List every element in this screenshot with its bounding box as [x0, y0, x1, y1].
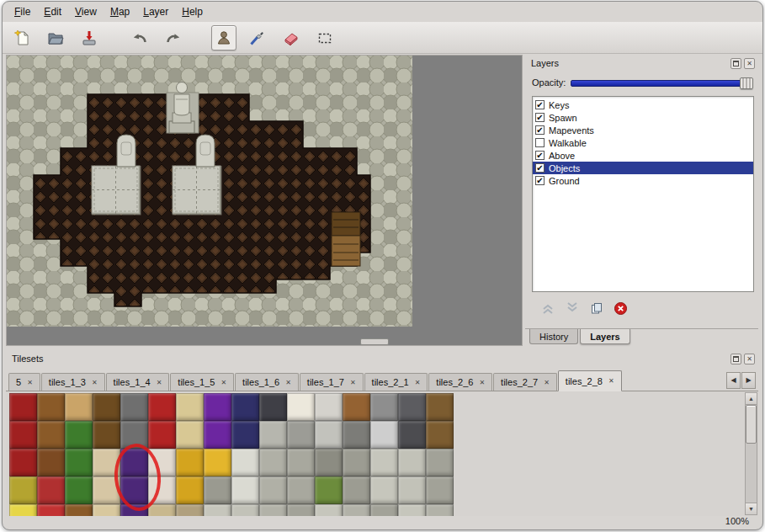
menu-item-help[interactable]: Help [175, 3, 210, 20]
tileset-tab-5[interactable]: 5✕ [8, 373, 40, 391]
tileset-tile[interactable] [120, 421, 148, 449]
tileset-tile[interactable] [9, 393, 37, 421]
menu-item-map[interactable]: Map [104, 3, 136, 20]
save-button[interactable] [77, 25, 102, 51]
undo-button[interactable] [127, 25, 152, 51]
tileset-tile[interactable] [176, 449, 204, 476]
tab-close-icon[interactable]: ✕ [415, 379, 421, 386]
stamp-tool-button[interactable] [211, 25, 236, 51]
tileset-tile[interactable] [426, 476, 454, 504]
tileset-tile[interactable] [37, 449, 65, 476]
tileset-tab-tiles_1_6[interactable]: tiles_1_6✕ [235, 373, 299, 391]
layer-checkbox[interactable]: ✔ [535, 125, 545, 135]
map-canvas[interactable] [7, 56, 522, 338]
scroll-up-arrow[interactable]: ▲ [746, 393, 757, 405]
tab-close-icon[interactable]: ✕ [92, 379, 98, 386]
tab-close-icon[interactable]: ✕ [608, 377, 614, 385]
tileset-tile[interactable] [343, 393, 370, 421]
layer-row-objects[interactable]: ✔Objects [533, 162, 753, 174]
tileset-tab-tiles_1_4[interactable]: tiles_1_4✕ [106, 373, 170, 391]
tileset-tile[interactable] [259, 476, 287, 504]
tileset-tile[interactable] [65, 476, 93, 504]
tileset-tile[interactable] [148, 393, 176, 421]
float-panel-icon[interactable] [730, 354, 741, 364]
redo-button[interactable] [161, 25, 186, 51]
tileset-tile[interactable] [93, 421, 120, 449]
tileset-tile[interactable] [287, 476, 315, 504]
tileset-tile[interactable] [65, 421, 93, 449]
float-panel-icon[interactable] [730, 58, 741, 69]
tileset-vscroll-thumb[interactable] [746, 405, 757, 444]
tileset-tile[interactable] [370, 421, 398, 449]
tileset-tile[interactable] [343, 449, 370, 476]
duplicate-layer-button[interactable] [589, 301, 603, 316]
tileset-tile[interactable] [343, 421, 370, 449]
tileset-tab-tiles_2_1[interactable]: tiles_2_1✕ [364, 373, 428, 391]
layer-checkbox[interactable]: ✔ [535, 100, 545, 109]
tileset-tile[interactable] [259, 393, 287, 421]
menu-item-layer[interactable]: Layer [136, 3, 175, 20]
tileset-tile[interactable] [370, 449, 398, 476]
tileset-tab-tiles_1_3[interactable]: tiles_1_3✕ [41, 373, 105, 391]
tileset-tile[interactable] [176, 421, 204, 449]
tileset-tile[interactable] [120, 449, 148, 476]
tileset-tab-tiles_1_7[interactable]: tiles_1_7✕ [300, 373, 364, 391]
tileset-tile[interactable] [231, 476, 259, 504]
tileset-tile[interactable] [148, 421, 176, 449]
tileset-tile[interactable] [65, 449, 93, 476]
opacity-slider[interactable] [571, 80, 753, 87]
tileset-tile[interactable] [315, 449, 343, 476]
tileset-tab-tiles_2_7[interactable]: tiles_2_7✕ [493, 373, 557, 391]
new-file-button[interactable] [9, 25, 35, 51]
tab-close-icon[interactable]: ✕ [350, 379, 356, 386]
tab-close-icon[interactable]: ✕ [285, 379, 291, 386]
tileset-tile[interactable] [287, 421, 315, 449]
tab-close-icon[interactable]: ✕ [544, 379, 550, 386]
lower-layer-button[interactable] [565, 301, 579, 316]
tileset-tile[interactable] [148, 476, 176, 504]
tileset-tab-tiles_1_5[interactable]: tiles_1_5✕ [170, 373, 234, 391]
map-hscroll-thumb[interactable] [360, 338, 389, 345]
tab-close-icon[interactable]: ✕ [27, 379, 33, 386]
layer-row-spawn[interactable]: ✔Spawn [533, 111, 753, 124]
tileset-tile[interactable] [287, 393, 315, 421]
close-panel-icon[interactable]: ✕ [744, 354, 755, 364]
tileset-tab-tiles_2_8[interactable]: tiles_2_8✕ [558, 370, 622, 391]
layer-checkbox[interactable]: ✔ [535, 151, 545, 160]
layer-checkbox[interactable] [535, 138, 545, 147]
tileset-tile[interactable] [315, 476, 343, 504]
menu-item-view[interactable]: View [68, 3, 104, 20]
tileset-tile[interactable] [398, 449, 426, 476]
tileset-tile[interactable] [426, 393, 454, 421]
delete-layer-button[interactable] [614, 301, 628, 316]
layer-row-ground[interactable]: ✔Ground [533, 174, 753, 187]
open-folder-button[interactable] [43, 25, 68, 51]
tileset-tile[interactable] [176, 393, 204, 421]
tileset-tile[interactable] [231, 421, 259, 449]
tileset-tile[interactable] [204, 421, 231, 449]
tab-scroll-right-icon[interactable]: ▶ [741, 372, 756, 389]
tileset-tile[interactable] [398, 393, 426, 421]
raise-layer-button[interactable] [540, 301, 555, 316]
eraser-tool-button[interactable] [279, 25, 304, 51]
tileset-tile[interactable] [426, 421, 454, 449]
tileset-tile[interactable] [65, 393, 93, 421]
tileset-tile[interactable] [93, 476, 120, 504]
tab-close-icon[interactable]: ✕ [220, 379, 226, 386]
opacity-slider-handle[interactable] [740, 77, 753, 89]
brush-tool-button[interactable] [245, 25, 270, 51]
tileset-tile[interactable] [204, 476, 231, 504]
tab-close-icon[interactable]: ✕ [157, 379, 162, 386]
tab-close-icon[interactable]: ✕ [479, 379, 485, 386]
tileset-tile[interactable] [398, 476, 426, 504]
select-tool-button[interactable] [312, 25, 337, 51]
menu-item-file[interactable]: File [8, 3, 37, 20]
tileset-tile[interactable] [287, 449, 315, 476]
tileset-tile[interactable] [93, 393, 120, 421]
tileset-tile[interactable] [426, 449, 454, 476]
layer-checkbox[interactable]: ✔ [535, 176, 545, 185]
tileset-tile[interactable] [9, 476, 37, 504]
tileset-tile[interactable] [93, 449, 120, 476]
tileset-tab-tiles_2_6[interactable]: tiles_2_6✕ [428, 373, 492, 391]
tileset-tile[interactable] [120, 393, 148, 421]
